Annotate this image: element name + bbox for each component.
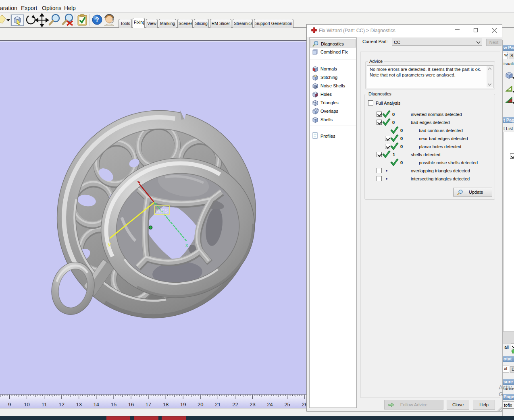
svg-text:19: 19 xyxy=(180,401,186,408)
svg-text:13: 13 xyxy=(76,401,82,408)
svg-text:9: 9 xyxy=(8,401,11,408)
svg-text:24: 24 xyxy=(267,401,273,408)
svg-text:y: y xyxy=(108,241,111,247)
svg-text:23: 23 xyxy=(250,401,255,408)
svg-text:22: 22 xyxy=(232,401,238,408)
svg-text:12: 12 xyxy=(58,401,64,408)
svg-text:16: 16 xyxy=(128,401,134,408)
svg-text:x: x xyxy=(185,242,188,248)
svg-text:17: 17 xyxy=(146,401,151,408)
svg-text:18: 18 xyxy=(163,401,169,408)
svg-text:25: 25 xyxy=(284,401,290,408)
svg-text:20: 20 xyxy=(198,401,203,408)
svg-text:21: 21 xyxy=(215,401,221,408)
svg-text:10: 10 xyxy=(24,401,29,408)
svg-text:11: 11 xyxy=(42,401,47,408)
svg-text:?: ? xyxy=(95,17,99,23)
svg-text:15: 15 xyxy=(111,401,117,408)
svg-text:14: 14 xyxy=(94,401,99,408)
svg-text:WCS: WCS xyxy=(156,208,168,214)
